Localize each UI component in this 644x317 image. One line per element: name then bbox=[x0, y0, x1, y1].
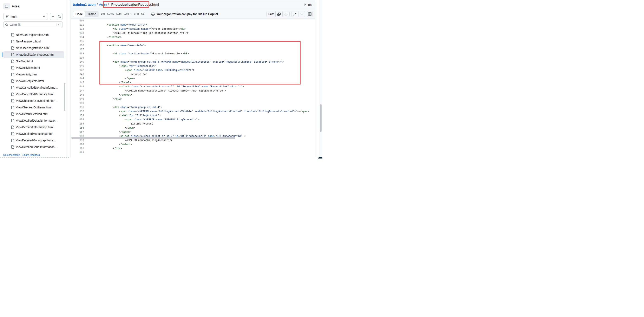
sidebar-collapse-icon bbox=[5, 5, 8, 8]
page-scrollbar-thumb[interactable] bbox=[320, 104, 322, 132]
code-line: 151 <div class="form-group col-md-4"> bbox=[71, 105, 315, 109]
symbols-panel-button[interactable] bbox=[307, 11, 313, 17]
documentation-link[interactable]: Documentation bbox=[3, 154, 20, 156]
file-name: ViewDetailedDefaultInformatio… bbox=[16, 119, 58, 122]
file-list-item[interactable]: ViewCancelledDetailedInforma… bbox=[3, 84, 64, 91]
file-info-text: 195 lines (166 loc) · 8.55 KB bbox=[101, 9, 144, 19]
sidebar-resize-handle[interactable] bbox=[0, 157, 69, 157]
file-icon bbox=[11, 106, 14, 109]
file-list-item[interactable]: ViewDetailedManuscriptInfor… bbox=[3, 130, 64, 137]
new-file-button[interactable] bbox=[50, 13, 56, 19]
line-number[interactable]: 141 bbox=[71, 64, 84, 68]
line-number[interactable]: 156 bbox=[71, 126, 84, 130]
file-list-item[interactable]: ViewCheckedOutItems.html bbox=[3, 104, 64, 111]
line-number[interactable]: 154 bbox=[71, 118, 84, 122]
file-list-item[interactable]: ViewDefaultDetailed.html bbox=[3, 111, 64, 117]
go-to-file-box: t bbox=[3, 21, 63, 28]
line-number[interactable]: 157 bbox=[71, 130, 84, 134]
tab-code[interactable]: Code bbox=[73, 11, 86, 17]
line-number[interactable]: 137 bbox=[71, 48, 84, 52]
file-icon bbox=[11, 112, 14, 116]
line-number[interactable]: 145 bbox=[71, 81, 84, 85]
code-line-content: <#OPTION name="RequestLinks" hideUsernam… bbox=[95, 89, 226, 93]
download-button[interactable] bbox=[282, 11, 290, 17]
file-list-item[interactable]: NewAuthRegistration.html bbox=[3, 31, 64, 38]
line-number[interactable]: 150 bbox=[71, 101, 84, 105]
line-number[interactable]: 148 bbox=[71, 93, 84, 97]
breadcrumb-folder-link[interactable]: Aeon bbox=[99, 3, 107, 6]
line-number[interactable]: 151 bbox=[71, 105, 84, 109]
line-number[interactable]: 149 bbox=[71, 97, 84, 101]
code-line: 134 </section> bbox=[71, 35, 315, 39]
line-number[interactable]: 147 bbox=[71, 89, 84, 93]
go-to-file-input[interactable] bbox=[10, 23, 56, 26]
code-line: 152 <span class="<#PARAM name='BillingAc… bbox=[71, 109, 315, 114]
code-line: 133 <#INCLUDE filename="include_photodup… bbox=[71, 31, 315, 35]
file-list-item[interactable]: ViewDetailedDefaultInformatio… bbox=[3, 117, 64, 124]
file-list-item[interactable]: ViewActivity.html bbox=[3, 71, 64, 78]
line-number[interactable]: 136 bbox=[71, 43, 84, 48]
line-number[interactable]: 144 bbox=[71, 76, 84, 81]
file-icon bbox=[11, 119, 14, 122]
edit-group bbox=[291, 11, 305, 17]
line-number[interactable]: 131 bbox=[71, 23, 84, 27]
file-icon bbox=[11, 46, 14, 50]
branch-selector[interactable]: main bbox=[3, 13, 48, 20]
file-list-item[interactable]: NewUserRegistration.html bbox=[3, 45, 64, 51]
search-tree-button[interactable] bbox=[56, 13, 62, 19]
code-line-content: Billing Account bbox=[95, 122, 153, 126]
line-number[interactable]: 133 bbox=[71, 31, 84, 35]
line-number[interactable]: 155 bbox=[71, 122, 84, 126]
edit-button[interactable] bbox=[292, 11, 298, 17]
shortcut-key-badge: t bbox=[56, 23, 61, 26]
line-number[interactable]: 152 bbox=[71, 109, 84, 114]
copilot-icon bbox=[151, 12, 155, 16]
copilot-banner[interactable]: Your organization can pay for GitHub Cop… bbox=[151, 9, 218, 19]
file-icon bbox=[11, 40, 14, 43]
file-list-item[interactable]: SiteMap.html bbox=[3, 58, 64, 64]
page-scrollbar-track[interactable] bbox=[319, 0, 322, 158]
file-name: ViewActivity.html bbox=[16, 73, 37, 76]
share-feedback-link[interactable]: Share feedback bbox=[22, 154, 40, 156]
line-number[interactable]: 159 bbox=[71, 138, 84, 142]
file-name: SiteMap.html bbox=[16, 59, 33, 63]
line-number[interactable]: 130 bbox=[71, 19, 84, 23]
line-number[interactable]: 135 bbox=[71, 39, 84, 43]
line-number[interactable]: 153 bbox=[71, 114, 84, 118]
code-line-content: </label> bbox=[95, 130, 131, 134]
line-number[interactable]: 146 bbox=[71, 85, 84, 89]
line-number[interactable]: 139 bbox=[71, 56, 84, 60]
line-number[interactable]: 142 bbox=[71, 68, 84, 72]
file-list-item[interactable]: ViewCheckedOutDetailedInfor… bbox=[3, 97, 64, 104]
file-list-item[interactable]: ViewDetailedMonographInfor… bbox=[3, 137, 64, 144]
line-number[interactable]: 132 bbox=[71, 27, 84, 31]
code-line-content: <div class="form-group col-md-5 <#PARAM … bbox=[95, 60, 284, 64]
code-line-content: <#INCLUDE filename="include_photoduplica… bbox=[95, 31, 189, 35]
code-horizontal-scrollbar[interactable] bbox=[71, 137, 235, 139]
breadcrumb-repo-link[interactable]: training1-aeon bbox=[73, 3, 96, 6]
file-list-item[interactable]: ViewAllRequests.html bbox=[3, 78, 64, 84]
line-number[interactable]: 162 bbox=[71, 151, 84, 155]
file-list-item[interactable]: NewPassword.html bbox=[3, 38, 64, 45]
tab-blame[interactable]: Blame bbox=[86, 11, 98, 17]
sidebar-scrollbar-thumb[interactable] bbox=[64, 83, 66, 111]
file-list-item[interactable]: ViewDetailedSerialInformation… bbox=[3, 144, 64, 150]
copy-button[interactable] bbox=[276, 11, 282, 17]
search-icon bbox=[58, 15, 61, 18]
file-list-item[interactable]: PhotoduplicationRequest.html bbox=[3, 51, 64, 58]
file-icon bbox=[11, 53, 14, 56]
line-number[interactable]: 143 bbox=[71, 72, 84, 76]
file-list-item[interactable]: ViewDetailedInformation.html bbox=[3, 124, 64, 130]
line-number[interactable]: 140 bbox=[71, 60, 84, 64]
edit-dropdown-button[interactable] bbox=[298, 11, 305, 17]
file-list-item[interactable]: ViewActivities.html bbox=[3, 64, 64, 71]
line-number[interactable]: 160 bbox=[71, 142, 84, 147]
scroll-to-top-button[interactable]: Top bbox=[303, 2, 312, 8]
collapse-sidebar-button[interactable] bbox=[3, 3, 10, 9]
breadcrumb-row: training1-aeon / Aeon / Photoduplication… bbox=[71, 0, 315, 9]
line-number[interactable]: 161 bbox=[71, 147, 84, 151]
file-list-item[interactable]: ViewCancelledRequests.html bbox=[3, 91, 64, 97]
line-number[interactable]: 134 bbox=[71, 35, 84, 39]
line-number[interactable]: 138 bbox=[71, 52, 84, 56]
raw-button[interactable]: Raw bbox=[266, 11, 276, 17]
